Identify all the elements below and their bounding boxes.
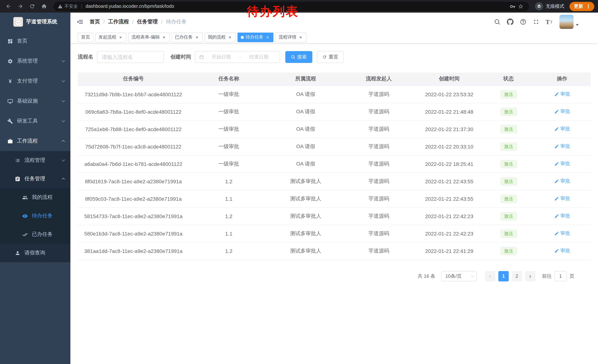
sidebar-item-my-process[interactable]: 我的流程 — [0, 188, 70, 207]
approve-button[interactable]: 审批 — [554, 248, 570, 254]
chevron-down-icon — [471, 274, 474, 277]
app-window: 芋道管理系统 首页 系统管理 ¥ 支付管理 — [0, 13, 598, 364]
approve-button[interactable]: 审批 — [554, 91, 570, 97]
process-name-input[interactable] — [97, 51, 164, 63]
created-cell: 2022-01-22 23:53:32 — [415, 86, 483, 103]
status-badge: 激活 — [500, 229, 517, 238]
bookmark-star-icon[interactable] — [516, 2, 525, 10]
process-cell: OA 请假 — [269, 138, 343, 155]
task-name-cell: 一级审批 — [189, 120, 269, 138]
sidebar-item-home[interactable]: 首页 — [0, 31, 70, 51]
sidebar-item-label: 基础设施 — [17, 98, 38, 105]
sidebar-toggle-icon[interactable] — [76, 18, 84, 25]
close-icon[interactable]: × — [162, 35, 166, 40]
approve-button[interactable]: 审批 — [554, 230, 570, 237]
initiator-cell: 芋道源码 — [343, 155, 415, 173]
navbar: 首页 / 工作流程 / 任务管理 / 待办任务 — [70, 13, 598, 31]
sidebar-item-label: 研发工具 — [17, 118, 38, 124]
eye-icon — [22, 213, 28, 219]
edit-icon — [554, 214, 559, 218]
approve-button[interactable]: 审批 — [554, 161, 570, 167]
process-name-label: 流程名 — [78, 54, 93, 60]
breadcrumb-item-task-mgmt[interactable]: 任务管理 — [137, 18, 158, 25]
help-icon[interactable] — [519, 18, 527, 26]
sidebar-item-payment[interactable]: ¥ 支付管理 — [0, 71, 70, 91]
password-key-icon[interactable] — [508, 2, 516, 10]
sidebar-item-task-mgmt[interactable]: 任务管理 — [0, 170, 70, 188]
process-cell: 测试多审批人 — [269, 242, 343, 259]
browser-home-icon[interactable] — [39, 1, 49, 11]
process-cell: OA 请假 — [269, 120, 343, 138]
approve-button[interactable]: 审批 — [554, 108, 570, 115]
task-id-cell: 725a1eb6-7b88-11ec-8ef0-acde48001122 — [78, 120, 189, 138]
browser-reload-icon[interactable] — [27, 1, 37, 11]
date-range-picker[interactable]: 开始日期 - 结束日期 — [195, 51, 280, 63]
status-badge: 激活 — [500, 177, 517, 185]
search-button[interactable]: 搜索 — [285, 51, 312, 63]
user-avatar[interactable] — [559, 15, 579, 29]
reset-button[interactable]: 重置 — [317, 51, 344, 63]
app-logo[interactable]: 芋道管理系统 — [0, 13, 70, 31]
tab-todo-tasks[interactable]: 待办任务 × — [238, 32, 274, 42]
sidebar-item-done-tasks[interactable]: 已办任务 — [0, 225, 70, 244]
header-search-icon[interactable] — [493, 18, 501, 26]
sidebar-item-label: 任务管理 — [25, 176, 45, 182]
goto-page-input[interactable] — [554, 271, 567, 281]
table-header-row: 任务编号 任务名称 所属流程 流程发起人 创建时间 状态 操作 — [78, 73, 590, 86]
browser-menu-icon[interactable]: ⋮ — [586, 4, 591, 9]
sidebar-item-todo-tasks[interactable]: 待办任务 — [0, 207, 70, 225]
sidebar-item-label: 工作流程 — [17, 138, 38, 145]
tab-start-process[interactable]: 发起流程 × — [95, 32, 126, 42]
sidebar-item-leave-query[interactable]: 请假查询 — [0, 244, 70, 262]
goto-label: 前往 — [542, 273, 552, 279]
browser-back-icon[interactable] — [4, 1, 13, 11]
close-icon[interactable]: × — [298, 35, 303, 40]
url-text: dashboard.yudao.iocoder.cn/bpm/task/todo — [86, 4, 174, 9]
approve-button[interactable]: 审批 — [554, 195, 570, 202]
sidebar-item-workflow[interactable]: 工作流程 — [0, 131, 70, 151]
approve-button[interactable]: 审批 — [554, 178, 570, 185]
page-size-select[interactable]: 10条/页 — [441, 271, 477, 281]
approve-button[interactable]: 审批 — [554, 213, 570, 219]
task-name-cell: 一级审批 — [189, 155, 269, 173]
tab-my-process[interactable]: 我的流程 × — [205, 32, 236, 42]
approve-button[interactable]: 审批 — [554, 126, 570, 132]
tab-done-tasks[interactable]: 已办任务 × — [172, 32, 203, 42]
edit-icon — [554, 196, 559, 201]
chevron-down-icon — [62, 119, 65, 122]
github-icon[interactable] — [506, 18, 514, 26]
breadcrumb-item-workflow[interactable]: 工作流程 — [108, 18, 129, 25]
sidebar-item-system[interactable]: 系统管理 — [0, 51, 70, 71]
prev-page-button[interactable]: ‹ — [485, 271, 495, 281]
sidebar-item-devtools[interactable]: 研发工具 — [0, 111, 70, 131]
page-button-2[interactable]: 2 — [512, 271, 522, 281]
page-unit-label: 页 — [569, 273, 574, 279]
approve-button[interactable]: 审批 — [554, 143, 570, 150]
edit-icon — [554, 179, 559, 184]
tab-form-edit[interactable]: 流程表单-编辑 × — [128, 32, 170, 42]
sidebar-item-label: 请假查询 — [25, 250, 45, 256]
close-icon[interactable]: × — [194, 35, 199, 40]
range-separator: - — [239, 54, 242, 60]
chevron-up-icon — [62, 178, 65, 181]
update-label: 更新 — [574, 3, 583, 9]
breadcrumb-item-home[interactable]: 首页 — [90, 18, 100, 25]
tab-home[interactable]: 首页 — [78, 32, 93, 42]
sidebar-item-process-mgmt[interactable]: 流程管理 — [0, 151, 70, 170]
browser-update-button[interactable]: 更新 ⋮ — [569, 2, 594, 11]
briefcase-icon — [8, 138, 13, 144]
task-name-cell: 1.2 — [189, 207, 269, 225]
browser-forward-icon[interactable] — [16, 1, 25, 11]
next-page-button[interactable]: › — [525, 271, 535, 281]
logo-bunny-icon — [13, 17, 23, 27]
page-button-1[interactable]: 1 — [498, 271, 509, 281]
close-icon[interactable]: × — [118, 35, 123, 40]
font-size-icon[interactable]: TT — [545, 18, 553, 26]
tab-process-detail[interactable]: 流程详情 × — [275, 32, 307, 42]
close-icon[interactable]: × — [265, 35, 270, 40]
sidebar-item-infra[interactable]: 基础设施 — [0, 91, 70, 111]
monitor-icon — [8, 98, 13, 104]
status-badge: 激活 — [500, 212, 517, 220]
close-icon[interactable]: × — [227, 35, 232, 40]
fullscreen-icon[interactable] — [532, 18, 540, 26]
